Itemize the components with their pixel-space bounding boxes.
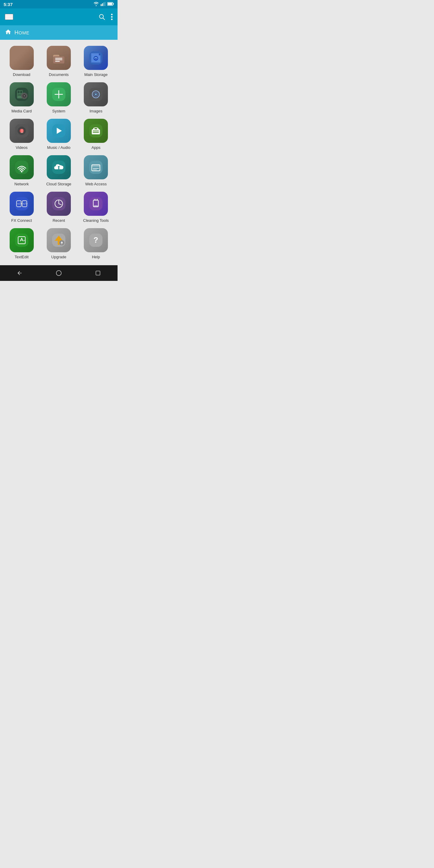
svg-rect-6	[108, 3, 113, 5]
bottom-nav	[0, 265, 118, 281]
grid-item-images[interactable]: Images	[79, 82, 113, 113]
grid-item-help[interactable]: ? Help	[79, 228, 113, 259]
cleaning-tools-icon	[84, 192, 108, 216]
svg-rect-16	[21, 59, 22, 61]
textedit-label: TextEdit	[15, 255, 29, 259]
svg-rect-14	[16, 56, 27, 63]
help-label: Help	[92, 255, 100, 259]
grid-item-textedit[interactable]: TextEdit	[5, 228, 38, 259]
svg-marker-15	[20, 57, 24, 60]
grid-item-recent[interactable]: Recent	[42, 192, 75, 223]
apps-label: Apps	[92, 145, 101, 150]
svg-point-9	[111, 14, 113, 16]
status-icons	[93, 2, 114, 7]
home-button[interactable]	[52, 267, 65, 280]
svg-rect-49	[21, 132, 23, 133]
svg-point-54	[94, 128, 95, 129]
help-icon: ?	[84, 228, 108, 252]
app-bar-right	[98, 13, 113, 21]
svg-rect-13	[16, 55, 22, 57]
network-label: Network	[14, 182, 29, 186]
svg-rect-53	[92, 129, 100, 134]
svg-point-34	[24, 95, 25, 96]
main-storage-icon	[84, 46, 108, 70]
documents-icon	[47, 46, 71, 70]
more-options-button[interactable]	[111, 13, 113, 20]
grid-item-documents[interactable]: Documents	[42, 46, 75, 77]
svg-rect-63	[89, 161, 102, 174]
svg-rect-56	[93, 130, 99, 131]
app-bar-left	[5, 14, 13, 20]
search-button[interactable]	[98, 13, 105, 21]
grid-item-apps[interactable]: Apps	[79, 119, 113, 150]
grid-item-fx-connect[interactable]: </> </> FX Connect	[5, 192, 38, 223]
cloud-storage-label: Cloud Storage	[46, 182, 71, 186]
download-label: Download	[13, 72, 30, 77]
svg-text:</>: </>	[23, 202, 27, 205]
svg-rect-1	[102, 3, 103, 6]
videos-label: Videos	[16, 145, 28, 150]
svg-point-11	[111, 19, 113, 20]
svg-rect-28	[18, 91, 20, 93]
grid-item-download[interactable]: Download	[5, 46, 38, 77]
svg-rect-47	[21, 130, 23, 131]
grid-item-cloud-storage[interactable]: Cloud Storage	[42, 155, 75, 186]
svg-rect-62	[58, 168, 59, 169]
network-icon	[10, 155, 34, 179]
grid-item-cleaning-tools[interactable]: Cleaning Tools	[79, 192, 113, 223]
svg-rect-2	[103, 2, 104, 6]
music-label: Music / Audio	[47, 145, 70, 150]
grid-item-music-audio[interactable]: Music / Audio	[42, 119, 75, 150]
hamburger-menu-button[interactable]	[5, 14, 13, 20]
svg-rect-46	[21, 129, 23, 130]
cleaning-tools-label: Cleaning Tools	[83, 218, 109, 223]
svg-point-92	[56, 271, 61, 276]
back-button[interactable]	[13, 267, 26, 280]
svg-point-59	[21, 171, 22, 173]
wifi-icon	[93, 2, 99, 7]
status-bar: 5:37	[0, 0, 118, 8]
web-access-icon	[84, 155, 108, 179]
svg-rect-21	[55, 59, 62, 60]
recents-button[interactable]	[91, 267, 104, 280]
documents-label: Documents	[49, 72, 69, 77]
svg-rect-17	[20, 61, 24, 62]
svg-point-10	[111, 16, 113, 18]
upgrade-label: Upgrade	[51, 255, 66, 259]
app-bar	[0, 8, 118, 25]
system-icon	[47, 82, 71, 106]
svg-text:?: ?	[94, 236, 98, 244]
recent-icon	[47, 192, 71, 216]
svg-rect-83	[94, 205, 98, 207]
grid-item-upgrade[interactable]: Upgrade	[42, 228, 75, 259]
web-access-label: Web Access	[85, 182, 107, 186]
svg-line-8	[103, 18, 105, 20]
svg-rect-12	[16, 56, 27, 64]
svg-point-55	[97, 128, 98, 129]
svg-rect-0	[101, 4, 101, 6]
grid-item-web-access[interactable]: Web Access	[79, 155, 113, 186]
svg-rect-3	[105, 2, 106, 6]
signal-icon	[101, 2, 105, 7]
main-storage-label: Main Storage	[84, 72, 107, 77]
videos-icon	[10, 119, 34, 143]
grid-item-system[interactable]: System	[42, 82, 75, 113]
grid-item-media-card[interactable]: Media Card	[5, 82, 38, 113]
svg-rect-20	[55, 58, 62, 59]
svg-rect-48	[21, 131, 23, 132]
svg-rect-22	[55, 61, 60, 62]
svg-rect-29	[20, 91, 22, 93]
svg-rect-65	[92, 165, 100, 167]
download-icon	[10, 46, 34, 70]
music-icon	[47, 119, 71, 143]
grid-item-main-storage[interactable]: Main Storage	[79, 46, 113, 77]
svg-point-42	[96, 94, 96, 95]
svg-rect-57	[93, 132, 99, 133]
media-card-icon	[10, 82, 34, 106]
grid-item-videos[interactable]: Videos	[5, 119, 38, 150]
fx-connect-label: FX Connect	[11, 218, 32, 223]
svg-rect-67	[93, 169, 97, 170]
grid-item-network[interactable]: Network	[5, 155, 38, 186]
images-icon	[84, 82, 108, 106]
home-bar: HOME	[0, 25, 118, 40]
